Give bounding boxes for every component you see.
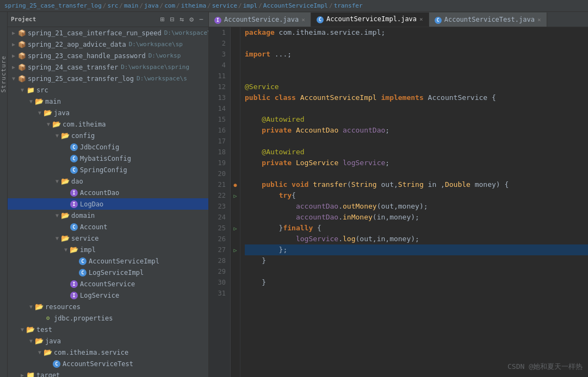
tab-label-AccountServiceImpl: AccountServiceImpl.java xyxy=(326,15,417,23)
breadcrumb-method[interactable]: transfer xyxy=(334,2,363,9)
tree-icon-AccountServiceTest: C xyxy=(52,360,61,368)
tree-item-spring_24[interactable]: ▶📦spring_24_case_transferD:\workspace\sp… xyxy=(8,61,208,73)
tree-item-src[interactable]: ▼📁src xyxy=(8,84,208,96)
tree-item-LogService[interactable]: ILogService xyxy=(8,290,208,301)
tab-close-AccountServiceTest[interactable]: × xyxy=(537,16,541,23)
breadcrumb-impl[interactable]: impl xyxy=(243,2,258,9)
tree-arrow-target[interactable]: ▶ xyxy=(18,372,26,377)
tree-item-spring_25[interactable]: ▼📦spring_25_case_transfer_logD:\workspac… xyxy=(8,73,208,84)
tree-icon-dao: 📂 xyxy=(61,177,70,186)
tree-arrow-spring_22[interactable]: ▶ xyxy=(10,41,17,47)
tab-AccountServiceTest[interactable]: CAccountServiceTest.java× xyxy=(429,12,547,27)
breadcrumb-class[interactable]: AccountServiceImpl xyxy=(263,2,328,9)
tree-item-spring_21[interactable]: ▶📦spring_21_case_interface_run_speedD:\w… xyxy=(8,27,208,39)
gutter-12 xyxy=(231,81,240,92)
tree-arrow-java[interactable]: ▼ xyxy=(36,110,44,116)
sidebar-icon-close[interactable]: − xyxy=(197,15,205,24)
breadcrumb-main[interactable]: main xyxy=(124,2,139,9)
tree-item-AccountServiceImpl[interactable]: CAccountServiceImpl xyxy=(8,255,208,267)
gutter-14 xyxy=(231,103,240,114)
tree-arrow-spring_21[interactable]: ▶ xyxy=(10,30,17,36)
breadcrumb-service[interactable]: service xyxy=(212,2,237,9)
line-number-16: 16 xyxy=(211,125,226,136)
tree-item-AccountServiceTest[interactable]: CAccountServiceTest xyxy=(8,358,208,369)
tree-arrow-main[interactable]: ▼ xyxy=(27,98,35,104)
code-line-21: public void transfer(String out,String i… xyxy=(245,179,588,190)
structure-label[interactable]: Structure xyxy=(0,55,7,93)
tree-item-LogServiceImpl[interactable]: CLogServiceImpl xyxy=(8,267,208,278)
tree-arrow-spring_25[interactable]: ▼ xyxy=(10,76,17,81)
tree-item-AccountService[interactable]: IAccountService xyxy=(8,278,208,290)
tree-item-spring_23[interactable]: ▶📦spring_23_case_handle_passwordD:\works… xyxy=(8,50,208,61)
code-line-13: public class AccountServiceImpl implemen… xyxy=(245,92,588,103)
tree-item-service[interactable]: ▼📂service xyxy=(8,233,208,244)
code-line-24: accountDao.inMoney(in,money); xyxy=(245,212,588,223)
tree-arrow-domain[interactable]: ▼ xyxy=(53,212,61,218)
breadcrumb-itheima[interactable]: itheima xyxy=(181,2,206,9)
tree-icon-domain: 📂 xyxy=(61,211,70,220)
tab-AccountServiceImpl[interactable]: CAccountServiceImpl.java× xyxy=(311,12,429,27)
gutter: ●▷▷▷ xyxy=(231,27,240,377)
tree-item-spring_22[interactable]: ▶📦spring_22_aop_advice_dataD:\workspace\… xyxy=(8,39,208,50)
tree-item-JdbcConfig[interactable]: CJdbcConfig xyxy=(8,141,208,153)
tree-item-MybatisConfig[interactable]: CMybatisConfig xyxy=(8,153,208,164)
tree-icon-resources: 📂 xyxy=(35,303,44,311)
gutter-31 xyxy=(231,288,240,299)
tree-item-java[interactable]: ▼📂java xyxy=(8,107,208,118)
tree-item-main[interactable]: ▼📂main xyxy=(8,96,208,107)
gutter-13 xyxy=(231,92,240,103)
tree-icon-java_test: 📂 xyxy=(35,337,44,345)
tree-item-domain[interactable]: ▼📂domain xyxy=(8,210,208,221)
sidebar-title: Project xyxy=(11,16,36,23)
tree-arrow-spring_23[interactable]: ▶ xyxy=(10,53,17,59)
line-number-2: 2 xyxy=(211,38,226,49)
tree-label-java_test: java xyxy=(45,337,61,345)
sidebar-icon-scroll[interactable]: ⇆ xyxy=(178,15,186,24)
line-number-21: 21 xyxy=(211,179,226,190)
tree-arrow-test[interactable]: ▼ xyxy=(18,326,26,332)
code-content[interactable]: package com.itheima.service.impl; import… xyxy=(240,27,588,377)
tree-label-spring_25: spring_25_case_transfer_log xyxy=(28,75,134,83)
tree-arrow-impl[interactable]: ▼ xyxy=(62,247,70,253)
tree-arrow-java_test[interactable]: ▼ xyxy=(27,338,35,344)
tree-item-Account[interactable]: CAccount xyxy=(8,221,208,233)
tree-item-test[interactable]: ▼📂test xyxy=(8,324,208,335)
tree-arrow-dao[interactable]: ▼ xyxy=(53,178,61,184)
breadcrumb-project[interactable]: spring_25_case_transfer_log xyxy=(4,2,102,9)
tree-item-com.itheima[interactable]: ▼📂com.itheima xyxy=(8,118,208,130)
gutter-18 xyxy=(231,147,240,158)
code-line-30: } xyxy=(245,277,588,288)
tree-item-resources[interactable]: ▼📂resources xyxy=(8,301,208,312)
breadcrumb-java[interactable]: java xyxy=(144,2,159,9)
tree-item-SpringConfig[interactable]: CSpringConfig xyxy=(8,164,208,175)
gutter-4 xyxy=(231,60,240,71)
tree-label-AccountServiceImpl: AccountServiceImpl xyxy=(89,257,159,265)
tree-icon-LogService: I xyxy=(70,291,78,300)
tree-icon-spring_25: 📦 xyxy=(17,74,26,83)
tree-item-jdbc.properties[interactable]: ⚙jdbc.properties xyxy=(8,312,208,324)
breadcrumb-src[interactable]: src xyxy=(107,2,118,9)
tree-item-LogDao[interactable]: ILogDao xyxy=(8,198,208,210)
tree-arrow-com.itheima[interactable]: ▼ xyxy=(45,121,52,127)
tree-item-target[interactable]: ▶📁target xyxy=(8,369,208,377)
sidebar-icon-settings[interactable]: ⚙ xyxy=(188,15,195,24)
tree-item-dao[interactable]: ▼📂dao xyxy=(8,175,208,187)
sidebar-icon-expand[interactable]: ⊞ xyxy=(159,15,166,24)
tree-item-impl[interactable]: ▼📂impl xyxy=(8,244,208,255)
tree-arrow-service[interactable]: ▼ xyxy=(53,235,61,241)
tree-item-AccountDao[interactable]: IAccountDao xyxy=(8,187,208,198)
tree-arrow-spring_24[interactable]: ▶ xyxy=(10,64,17,70)
tree-arrow-com.itheima.service[interactable]: ▼ xyxy=(36,349,44,355)
tree-item-com.itheima.service[interactable]: ▼📂com.itheima.service xyxy=(8,347,208,358)
tab-close-AccountServiceImpl[interactable]: × xyxy=(419,16,423,23)
tree-item-java_test[interactable]: ▼📂java xyxy=(8,335,208,347)
tree-arrow-resources[interactable]: ▼ xyxy=(27,304,35,310)
breadcrumb-com[interactable]: com xyxy=(164,2,175,9)
tab-AccountService[interactable]: IAccountService.java× xyxy=(209,12,311,27)
tree-arrow-src[interactable]: ▼ xyxy=(18,87,26,93)
tab-close-AccountService[interactable]: × xyxy=(301,16,305,23)
tree-arrow-config[interactable]: ▼ xyxy=(53,133,61,139)
tree-item-config[interactable]: ▼📂config xyxy=(8,130,208,141)
line-number-12: 12 xyxy=(211,81,226,92)
sidebar-icon-collapse[interactable]: ⊟ xyxy=(169,15,176,24)
